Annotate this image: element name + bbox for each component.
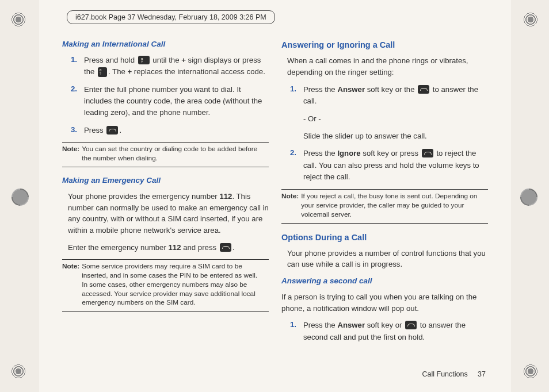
step-number: 1. bbox=[287, 320, 296, 343]
note: Note: If you reject a call, the busy ton… bbox=[281, 192, 488, 220]
note-label: Note: bbox=[281, 192, 299, 220]
step-text: Press and hold 0? until the + sign displ… bbox=[84, 55, 269, 78]
step-number: 1. bbox=[287, 84, 296, 143]
note-label: Note: bbox=[62, 145, 79, 163]
note: Note: You can set the country or dialing… bbox=[62, 145, 269, 163]
svg-text:?: ? bbox=[141, 60, 143, 63]
separator bbox=[62, 167, 269, 167]
step-text: Press the Answer soft key or to answer t… bbox=[303, 320, 488, 343]
call-key-icon bbox=[220, 243, 231, 252]
paragraph: Enter the emergency number 112 and press… bbox=[62, 242, 269, 253]
page-body: i627.book Page 37 Wednesday, February 18… bbox=[39, 0, 511, 392]
step-number: 1. bbox=[68, 55, 77, 78]
note-text: You can set the country or dialing code … bbox=[82, 145, 269, 163]
registration-mark-icon bbox=[523, 11, 539, 28]
step: 3. Press . bbox=[68, 125, 269, 136]
note-text: Some service providers may require a SIM… bbox=[82, 262, 269, 308]
color-wheel-icon bbox=[520, 189, 537, 206]
heading-second-call: Answering a second call bbox=[281, 276, 488, 287]
svg-text:?: ? bbox=[100, 72, 101, 75]
call-key-icon bbox=[106, 126, 118, 134]
heading-emergency-call: Making an Emergency Call bbox=[62, 175, 269, 186]
step-text: Press the Answer soft key or the to answ… bbox=[303, 84, 488, 143]
step-number: 2. bbox=[68, 84, 77, 119]
zero-key-icon: 0? bbox=[138, 56, 150, 64]
heading-options: Options During a Call bbox=[281, 232, 488, 243]
left-column: Making an International Call 1. Press an… bbox=[62, 39, 269, 349]
call-key-icon bbox=[418, 85, 429, 94]
step: 2. Press the Ignore soft key or press to… bbox=[287, 148, 488, 183]
paragraph: If a person is trying to call you when y… bbox=[281, 291, 488, 314]
page-footer: Call Functions 37 bbox=[422, 370, 486, 378]
step: 1. Press and hold 0? until the + sign di… bbox=[68, 55, 269, 78]
right-column: Answering or Ignoring a Call When a call… bbox=[281, 39, 488, 349]
paragraph: Your phone provides the emergency number… bbox=[62, 191, 269, 236]
heading-intl-call: Making an International Call bbox=[62, 39, 269, 50]
page-header: i627.book Page 37 Wednesday, February 18… bbox=[67, 10, 275, 24]
heading-answering: Answering or Ignoring a Call bbox=[281, 39, 488, 51]
separator bbox=[62, 311, 269, 312]
step-text: Press . bbox=[84, 125, 269, 136]
note: Note: Some service providers may require… bbox=[62, 262, 269, 308]
step-number: 2. bbox=[287, 148, 296, 183]
separator bbox=[62, 142, 269, 143]
paragraph: When a call comes in and the phone rings… bbox=[281, 55, 488, 78]
note-label: Note: bbox=[62, 262, 79, 308]
call-key-icon bbox=[422, 149, 433, 157]
zero-key-icon: 0? bbox=[98, 67, 107, 77]
step: 1. Press the Answer soft key or to answe… bbox=[287, 320, 488, 343]
registration-mark-icon bbox=[10, 11, 26, 28]
separator bbox=[281, 189, 488, 190]
footer-label: Call Functions bbox=[422, 370, 468, 378]
step: 2. Enter the full phone number you want … bbox=[68, 84, 269, 119]
separator bbox=[62, 259, 269, 260]
registration-mark-icon bbox=[523, 363, 539, 379]
footer-page-number: 37 bbox=[478, 370, 486, 378]
separator bbox=[281, 223, 488, 224]
color-wheel-icon bbox=[12, 189, 29, 206]
paragraph: Your phone provides a number of control … bbox=[281, 248, 488, 271]
step-text: Enter the full phone number you want to … bbox=[84, 84, 269, 119]
step-number: 3. bbox=[68, 125, 77, 136]
note-text: If you reject a call, the busy tone is s… bbox=[301, 192, 488, 220]
step-text: Press the Ignore soft key or press to re… bbox=[303, 148, 488, 183]
registration-mark-icon bbox=[10, 363, 26, 379]
call-key-icon bbox=[405, 321, 417, 329]
step: 1. Press the Answer soft key or the to a… bbox=[287, 84, 488, 143]
